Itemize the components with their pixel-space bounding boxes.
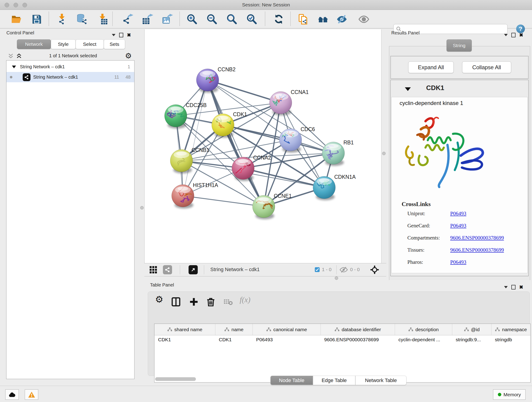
network-mode-icon[interactable] [163,265,172,274]
panel-collapse-icon[interactable] [504,34,508,36]
control-panel-header-icons: ✖ [112,33,131,37]
results-panel-title: Results Panel [391,30,419,36]
crosslink-value-link[interactable]: 9606.ENSP00000378699 [450,235,504,241]
table-cell[interactable]: P06493 [253,337,321,342]
table-cell[interactable]: 9606.ENSP00000378699 [321,337,395,342]
section-expander-icon[interactable] [405,87,411,91]
zoom-fit-content-icon[interactable] [226,14,237,25]
table-row[interactable]: CDK1CDK1P064939606.ENSP00000378699cyclin… [154,335,530,344]
viewbar-separator [204,265,204,274]
horizontal-scrollbar[interactable] [155,377,196,381]
import-network-from-file-icon[interactable] [56,14,67,25]
gear-icon[interactable]: ⚙ [125,51,132,60]
tab-style[interactable]: Style [51,39,76,49]
node-description: cyclin-dependent kinase 1 [399,100,463,106]
network-type-icon [23,73,31,81]
network-selected-summary: 1 of 1 Network selected [26,53,120,58]
zoom-in-icon[interactable] [186,14,197,25]
panel-close-icon[interactable]: ✖ [519,285,523,289]
tab-edge-table[interactable]: Edge Table [313,376,355,385]
column-header--id[interactable]: @id [452,324,491,335]
panel-close-icon[interactable]: ✖ [519,33,523,37]
column-header-name[interactable]: name [215,324,253,335]
preview-eye-icon[interactable] [358,14,369,25]
toolbar-separator [49,12,49,26]
table-settings-gear-icon[interactable]: ⚙ [155,294,163,305]
tab-string[interactable]: String [447,39,472,51]
table-cell[interactable]: cyclin-dependent ... [395,337,452,342]
right-splitter-handle[interactable] [382,152,386,155]
network-canvas[interactable]: CCNB2CCNA1CDC25BCDK1CDC6RB1CCNB1CCNA2CDK… [144,29,381,263]
column-header-canonical-name[interactable]: canonical name [253,324,321,335]
table-cell[interactable]: CDK1 [154,337,215,342]
create-column-icon[interactable] [189,297,199,307]
copy-network-icon[interactable] [298,14,309,25]
apply-preferred-layout-icon[interactable] [273,14,284,25]
results-panel-header-icons: ✖ [504,33,523,37]
tab-network[interactable]: Network [17,39,51,49]
column-header-namespace[interactable]: namespace [491,324,530,335]
panel-collapse-icon[interactable] [112,34,115,36]
network-collection-row[interactable]: String Network – cdk1 1 [6,62,134,72]
expand-all-button[interactable]: Expand All [408,61,454,73]
panel-collapse-icon[interactable] [504,286,508,288]
tab-node-table[interactable]: Node Table [270,376,313,385]
left-splitter-handle[interactable] [140,206,144,210]
toolbar-separator [265,12,265,26]
import-network-from-database-icon[interactable] [76,14,88,25]
crosshair-icon[interactable] [370,265,379,274]
selected-checkbox-icon[interactable] [315,267,320,272]
export-table-icon[interactable] [142,14,153,25]
panel-close-icon[interactable]: ✖ [127,33,131,37]
export-network-icon[interactable] [122,14,133,25]
birds-eye-home-icon[interactable] [317,14,329,25]
node-table[interactable]: shared namenamecanonical namedatabase id… [154,324,531,383]
warning-icon [28,391,35,398]
column-header-database-identifier[interactable]: database identifier [321,324,395,335]
help-button[interactable]: ? [516,25,525,33]
tab-network-table[interactable]: Network Table [355,376,406,385]
table-cell[interactable]: stringdb:9... [452,337,491,342]
cloud-button[interactable] [5,389,19,400]
table-cell[interactable]: stringdb [491,337,530,342]
tab-select[interactable]: Select [76,39,104,49]
collapse-all-button[interactable]: Collapse All [462,61,511,73]
bottom-splitter-handle[interactable] [335,276,338,280]
open-session-icon[interactable] [11,14,22,25]
export-image-icon[interactable] [162,14,173,25]
detach-view-icon[interactable] [189,265,198,274]
expand-all-icon[interactable] [16,53,22,59]
table-cell[interactable]: CDK1 [215,337,253,342]
network-row-selected[interactable]: String Network – cdk1 11 48 [6,72,134,82]
memory-label: Memory [504,392,521,397]
crosslink-value-link[interactable]: 9606.ENSP00000378699 [450,247,504,253]
panel-float-icon[interactable] [119,33,123,37]
column-header-description[interactable]: description [395,324,452,335]
crosslink-value-link[interactable]: P06493 [450,259,466,265]
toggle-graphics-details-icon[interactable] [336,14,347,25]
zoom-selected-region-icon[interactable] [246,14,257,25]
network-tree: String Network – cdk1 1 String Network –… [6,60,134,379]
node-count: 11 [114,75,119,80]
collapse-all-icon[interactable] [7,53,14,59]
control-panel-title: Control Panel [6,30,34,36]
grid-mode-icon[interactable] [149,265,158,274]
panel-float-icon[interactable] [511,285,515,289]
panel-float-icon[interactable] [511,33,515,37]
svg-text:CCNE1: CCNE1 [274,193,292,199]
hidden-eye-icon[interactable] [339,266,348,274]
hidden-counts: 0 - 0 [350,267,360,272]
delete-column-icon[interactable] [206,297,216,307]
tab-sets[interactable]: Sets [104,39,125,49]
network-summary-row: 1 of 1 Network selected ⚙ [7,52,134,60]
crosslink-value-link[interactable]: P06493 [450,211,466,217]
save-session-icon[interactable] [31,14,42,25]
column-header-shared-name[interactable]: shared name [154,324,215,335]
warning-button[interactable] [25,389,38,400]
tree-expander-icon[interactable] [12,65,16,68]
show-columns-icon[interactable] [171,297,181,307]
zoom-out-icon[interactable] [206,14,217,25]
crosslink-value-link[interactable]: P06493 [450,223,466,229]
memory-button[interactable]: Memory [493,389,526,400]
import-table-from-file-icon[interactable] [97,14,108,25]
